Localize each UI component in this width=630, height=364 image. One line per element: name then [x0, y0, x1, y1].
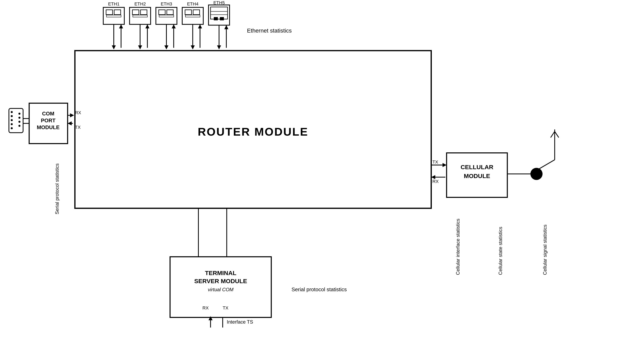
svg-rect-17 [208, 5, 230, 25]
svg-rect-22 [220, 17, 224, 20]
svg-point-47 [11, 123, 13, 125]
terminal-server-label2: SERVER MODULE [194, 278, 247, 284]
svg-point-51 [18, 121, 20, 123]
ethernet-statistics-label: Ethernet statistics [247, 27, 292, 34]
svg-point-49 [18, 113, 20, 115]
cellular-state-stats-label: Cellular state statistics [498, 227, 503, 275]
eth1-label: ETH1 [108, 1, 120, 6]
svg-rect-21 [214, 17, 218, 20]
svg-point-46 [11, 119, 13, 121]
cellular-label2: MODULE [464, 173, 490, 179]
interface-ts-label: Interface TS [227, 319, 253, 325]
com-port-label3: MODULE [37, 124, 60, 130]
antenna-circle [530, 168, 542, 180]
ts-rx-label: RX [202, 305, 209, 310]
diagram: ETH1 ETH2 ETH3 ETH4 ETH5 Ethernet statis… [0, 0, 630, 364]
com-port-connector [9, 109, 23, 133]
com-tx-label: TX [75, 125, 80, 130]
eth2-label: ETH2 [134, 1, 146, 6]
svg-point-44 [11, 111, 13, 113]
ts-tx-label: TX [223, 305, 228, 310]
svg-point-48 [11, 127, 13, 129]
com-port-label1: COM [42, 111, 54, 117]
svg-point-52 [18, 125, 20, 127]
serial-protocol-stats-bottom-label: Serial protocol statistics [292, 286, 347, 292]
com-port-label2: PORT [41, 117, 56, 124]
svg-point-45 [11, 115, 13, 117]
eth4-label: ETH4 [187, 1, 198, 6]
svg-point-50 [18, 117, 20, 119]
cellular-label1: CELLULAR [460, 164, 493, 170]
com-rx-label: RX [75, 110, 81, 115]
virtual-com-label: virtual COM [208, 287, 234, 292]
com-port-module-box [29, 103, 68, 144]
cellular-interface-stats-label: Cellular interface statistics [455, 219, 460, 275]
cellular-signal-stats-label: Cellular signal statistics [542, 224, 548, 275]
router-module-label: ROUTER MODULE [198, 125, 308, 138]
cellular-tx-label: TX [432, 160, 438, 165]
eth3-label: ETH3 [161, 1, 172, 6]
serial-protocol-stats-label: Serial protocol statistics [54, 163, 60, 214]
eth5-label: ETH5 [213, 0, 225, 5]
cellular-rx-label: RX [432, 179, 439, 184]
terminal-server-label1: TERMINAL [205, 270, 236, 276]
